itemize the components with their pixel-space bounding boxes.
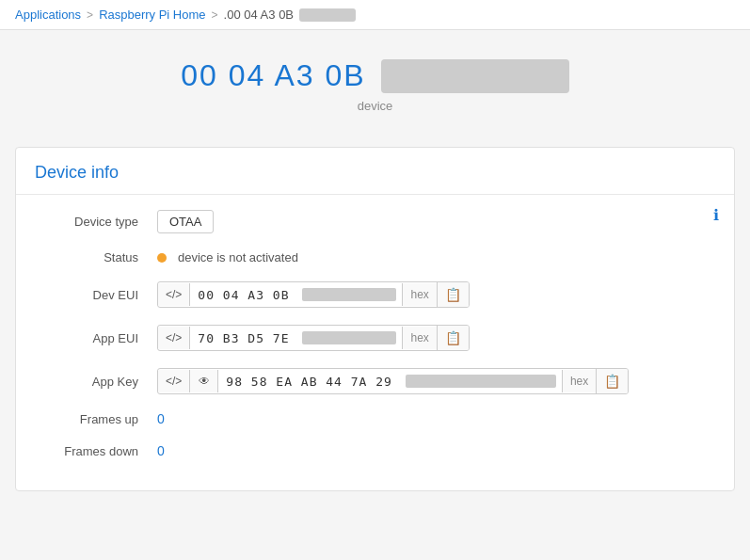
frames-down-row: Frames down 0 — [35, 443, 715, 458]
dev-eui-redacted — [302, 288, 396, 301]
app-key-copy-btn[interactable]: 📋 — [596, 369, 628, 393]
card-body: ℹ Device type OTAA Status device is not … — [16, 195, 734, 490]
breadcrumb-home[interactable]: Raspberry Pi Home — [99, 8, 205, 22]
app-eui-copy-btn[interactable]: 📋 — [437, 326, 469, 350]
dev-eui-copy-btn[interactable]: 📋 — [437, 282, 469, 307]
app-eui-value: </> 70 B3 D5 7E hex 📋 — [157, 325, 715, 351]
frames-down-number: 0 — [157, 443, 165, 458]
status-dot — [157, 253, 167, 263]
device-info-card: Device info ℹ Device type OTAA Status de… — [15, 147, 735, 491]
dev-eui-code-btn[interactable]: </> — [158, 283, 190, 306]
app-key-value: </> 👁 98 58 EA AB 44 7A 29 hex 📋 — [157, 368, 715, 394]
card-header: Device info — [16, 148, 734, 195]
status-text: device is not activated — [178, 250, 298, 264]
status-row: Status device is not activated — [35, 250, 715, 264]
device-type-label: Device type — [35, 215, 157, 229]
app-key-code-btn[interactable]: </> — [158, 370, 190, 392]
device-type-row: Device type OTAA — [35, 210, 715, 233]
dev-eui-value: </> 00 04 A3 0B hex 📋 — [157, 281, 715, 308]
app-key-suffix: hex — [562, 370, 596, 392]
app-eui-text: 70 B3 D5 7E — [190, 327, 296, 350]
status-label: Status — [35, 250, 157, 264]
dev-eui-text: 00 04 A3 0B — [190, 283, 296, 307]
app-eui-suffix: hex — [402, 327, 436, 349]
breadcrumb-sep-1: > — [87, 8, 93, 22]
app-key-eye-btn[interactable]: 👁 — [190, 370, 218, 392]
app-eui-row: App EUI </> 70 B3 D5 7E hex 📋 — [35, 325, 715, 351]
dev-eui-input-group: </> 00 04 A3 0B hex 📋 — [157, 281, 470, 308]
hero-subtitle: device — [358, 99, 393, 113]
hero-redacted — [381, 59, 569, 93]
breadcrumb-device-id: .00 04 A3 0B — [224, 8, 294, 22]
app-key-row: App Key </> 👁 98 58 EA AB 44 7A 29 hex 📋 — [35, 368, 715, 394]
app-eui-redacted — [302, 331, 396, 344]
breadcrumb-redacted — [299, 8, 356, 22]
app-key-text: 98 58 EA AB 44 7A 29 — [218, 370, 400, 393]
app-key-redacted — [406, 375, 556, 388]
frames-up-row: Frames up 0 — [35, 411, 715, 426]
hero-section: 00 04 A3 0B device — [0, 30, 750, 132]
breadcrumb-applications[interactable]: Applications — [15, 8, 81, 22]
dev-eui-label: Dev EUI — [35, 288, 157, 302]
app-key-label: App Key — [35, 375, 157, 389]
info-icon[interactable]: ℹ — [713, 206, 719, 224]
hero-title-row: 00 04 A3 0B — [181, 58, 568, 93]
status-value: device is not activated — [157, 250, 715, 264]
dev-eui-suffix: hex — [402, 283, 436, 306]
frames-up-label: Frames up — [35, 412, 157, 426]
app-eui-code-btn[interactable]: </> — [158, 327, 190, 349]
breadcrumb: Applications > Raspberry Pi Home > .00 0… — [0, 0, 750, 30]
app-eui-label: App EUI — [35, 331, 157, 345]
frames-down-label: Frames down — [35, 444, 157, 458]
app-key-input-group: </> 👁 98 58 EA AB 44 7A 29 hex 📋 — [157, 368, 629, 394]
otaa-badge: OTAA — [157, 210, 214, 233]
breadcrumb-sep-2: > — [212, 8, 218, 22]
device-type-value: OTAA — [157, 210, 715, 233]
dev-eui-row: Dev EUI </> 00 04 A3 0B hex 📋 — [35, 281, 715, 308]
hero-device-id: 00 04 A3 0B — [181, 58, 365, 93]
card-title: Device info — [35, 163, 119, 182]
app-eui-input-group: </> 70 B3 D5 7E hex 📋 — [157, 325, 470, 351]
frames-up-value: 0 — [157, 411, 715, 426]
frames-down-value: 0 — [157, 443, 715, 458]
frames-up-number: 0 — [157, 411, 165, 426]
